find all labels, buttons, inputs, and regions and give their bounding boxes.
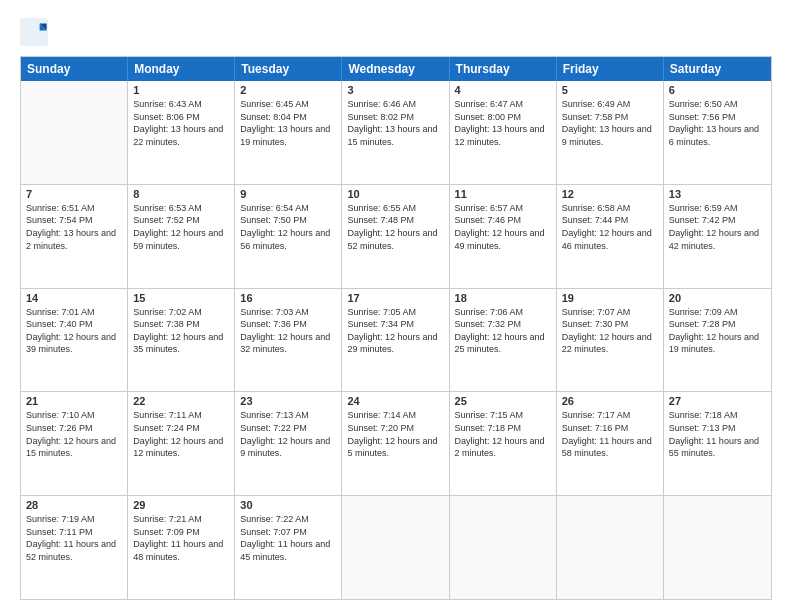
day-number: 19 [562,292,658,304]
calendar-cell: 8Sunrise: 6:53 AMSunset: 7:52 PMDaylight… [128,185,235,288]
calendar-cell: 28Sunrise: 7:19 AMSunset: 7:11 PMDayligh… [21,496,128,599]
calendar-cell [664,496,771,599]
cell-info: Sunrise: 6:49 AMSunset: 7:58 PMDaylight:… [562,98,658,148]
calendar-cell: 26Sunrise: 7:17 AMSunset: 7:16 PMDayligh… [557,392,664,495]
calendar-header-cell: Tuesday [235,57,342,81]
cell-info: Sunrise: 6:57 AMSunset: 7:46 PMDaylight:… [455,202,551,252]
day-number: 15 [133,292,229,304]
day-number: 3 [347,84,443,96]
cell-info: Sunrise: 7:03 AMSunset: 7:36 PMDaylight:… [240,306,336,356]
calendar-row: 1Sunrise: 6:43 AMSunset: 8:06 PMDaylight… [21,81,771,184]
cell-info: Sunrise: 7:19 AMSunset: 7:11 PMDaylight:… [26,513,122,563]
cell-info: Sunrise: 7:17 AMSunset: 7:16 PMDaylight:… [562,409,658,459]
calendar-row: 21Sunrise: 7:10 AMSunset: 7:26 PMDayligh… [21,391,771,495]
day-number: 17 [347,292,443,304]
calendar-cell: 3Sunrise: 6:46 AMSunset: 8:02 PMDaylight… [342,81,449,184]
calendar-header-cell: Wednesday [342,57,449,81]
calendar-cell: 15Sunrise: 7:02 AMSunset: 7:38 PMDayligh… [128,289,235,392]
day-number: 1 [133,84,229,96]
calendar: SundayMondayTuesdayWednesdayThursdayFrid… [20,56,772,600]
calendar-cell: 7Sunrise: 6:51 AMSunset: 7:54 PMDaylight… [21,185,128,288]
cell-info: Sunrise: 7:09 AMSunset: 7:28 PMDaylight:… [669,306,766,356]
calendar-row: 14Sunrise: 7:01 AMSunset: 7:40 PMDayligh… [21,288,771,392]
day-number: 11 [455,188,551,200]
cell-info: Sunrise: 7:07 AMSunset: 7:30 PMDaylight:… [562,306,658,356]
header [20,18,772,46]
day-number: 2 [240,84,336,96]
calendar-row: 7Sunrise: 6:51 AMSunset: 7:54 PMDaylight… [21,184,771,288]
day-number: 5 [562,84,658,96]
cell-info: Sunrise: 6:46 AMSunset: 8:02 PMDaylight:… [347,98,443,148]
cell-info: Sunrise: 7:10 AMSunset: 7:26 PMDaylight:… [26,409,122,459]
cell-info: Sunrise: 7:21 AMSunset: 7:09 PMDaylight:… [133,513,229,563]
day-number: 24 [347,395,443,407]
calendar-cell: 22Sunrise: 7:11 AMSunset: 7:24 PMDayligh… [128,392,235,495]
cell-info: Sunrise: 7:15 AMSunset: 7:18 PMDaylight:… [455,409,551,459]
calendar-cell: 6Sunrise: 6:50 AMSunset: 7:56 PMDaylight… [664,81,771,184]
day-number: 9 [240,188,336,200]
calendar-cell [557,496,664,599]
calendar-cell: 5Sunrise: 6:49 AMSunset: 7:58 PMDaylight… [557,81,664,184]
calendar-cell: 14Sunrise: 7:01 AMSunset: 7:40 PMDayligh… [21,289,128,392]
cell-info: Sunrise: 6:47 AMSunset: 8:00 PMDaylight:… [455,98,551,148]
calendar-cell: 25Sunrise: 7:15 AMSunset: 7:18 PMDayligh… [450,392,557,495]
cell-info: Sunrise: 6:50 AMSunset: 7:56 PMDaylight:… [669,98,766,148]
calendar-cell: 11Sunrise: 6:57 AMSunset: 7:46 PMDayligh… [450,185,557,288]
page: SundayMondayTuesdayWednesdayThursdayFrid… [0,0,792,612]
calendar-header-cell: Saturday [664,57,771,81]
svg-rect-0 [20,18,48,46]
day-number: 22 [133,395,229,407]
calendar-body: 1Sunrise: 6:43 AMSunset: 8:06 PMDaylight… [21,81,771,599]
cell-info: Sunrise: 7:18 AMSunset: 7:13 PMDaylight:… [669,409,766,459]
cell-info: Sunrise: 7:22 AMSunset: 7:07 PMDaylight:… [240,513,336,563]
day-number: 14 [26,292,122,304]
cell-info: Sunrise: 6:55 AMSunset: 7:48 PMDaylight:… [347,202,443,252]
day-number: 13 [669,188,766,200]
calendar-cell: 12Sunrise: 6:58 AMSunset: 7:44 PMDayligh… [557,185,664,288]
cell-info: Sunrise: 7:05 AMSunset: 7:34 PMDaylight:… [347,306,443,356]
calendar-cell [21,81,128,184]
day-number: 29 [133,499,229,511]
cell-info: Sunrise: 7:01 AMSunset: 7:40 PMDaylight:… [26,306,122,356]
day-number: 8 [133,188,229,200]
calendar-header-cell: Friday [557,57,664,81]
cell-info: Sunrise: 6:51 AMSunset: 7:54 PMDaylight:… [26,202,122,252]
calendar-header: SundayMondayTuesdayWednesdayThursdayFrid… [21,57,771,81]
calendar-cell: 30Sunrise: 7:22 AMSunset: 7:07 PMDayligh… [235,496,342,599]
day-number: 30 [240,499,336,511]
cell-info: Sunrise: 7:14 AMSunset: 7:20 PMDaylight:… [347,409,443,459]
day-number: 12 [562,188,658,200]
day-number: 4 [455,84,551,96]
calendar-cell: 18Sunrise: 7:06 AMSunset: 7:32 PMDayligh… [450,289,557,392]
calendar-cell: 19Sunrise: 7:07 AMSunset: 7:30 PMDayligh… [557,289,664,392]
logo-icon [20,18,48,46]
cell-info: Sunrise: 6:43 AMSunset: 8:06 PMDaylight:… [133,98,229,148]
cell-info: Sunrise: 7:11 AMSunset: 7:24 PMDaylight:… [133,409,229,459]
day-number: 10 [347,188,443,200]
day-number: 18 [455,292,551,304]
cell-info: Sunrise: 7:02 AMSunset: 7:38 PMDaylight:… [133,306,229,356]
calendar-cell: 2Sunrise: 6:45 AMSunset: 8:04 PMDaylight… [235,81,342,184]
cell-info: Sunrise: 6:53 AMSunset: 7:52 PMDaylight:… [133,202,229,252]
calendar-cell: 20Sunrise: 7:09 AMSunset: 7:28 PMDayligh… [664,289,771,392]
calendar-cell: 10Sunrise: 6:55 AMSunset: 7:48 PMDayligh… [342,185,449,288]
calendar-header-cell: Thursday [450,57,557,81]
day-number: 27 [669,395,766,407]
cell-info: Sunrise: 6:54 AMSunset: 7:50 PMDaylight:… [240,202,336,252]
calendar-cell: 29Sunrise: 7:21 AMSunset: 7:09 PMDayligh… [128,496,235,599]
calendar-cell: 16Sunrise: 7:03 AMSunset: 7:36 PMDayligh… [235,289,342,392]
cell-info: Sunrise: 7:13 AMSunset: 7:22 PMDaylight:… [240,409,336,459]
day-number: 16 [240,292,336,304]
calendar-cell [450,496,557,599]
calendar-header-cell: Monday [128,57,235,81]
day-number: 7 [26,188,122,200]
day-number: 25 [455,395,551,407]
day-number: 28 [26,499,122,511]
calendar-cell: 27Sunrise: 7:18 AMSunset: 7:13 PMDayligh… [664,392,771,495]
calendar-cell: 1Sunrise: 6:43 AMSunset: 8:06 PMDaylight… [128,81,235,184]
day-number: 6 [669,84,766,96]
calendar-header-cell: Sunday [21,57,128,81]
calendar-cell: 9Sunrise: 6:54 AMSunset: 7:50 PMDaylight… [235,185,342,288]
calendar-row: 28Sunrise: 7:19 AMSunset: 7:11 PMDayligh… [21,495,771,599]
calendar-cell: 23Sunrise: 7:13 AMSunset: 7:22 PMDayligh… [235,392,342,495]
